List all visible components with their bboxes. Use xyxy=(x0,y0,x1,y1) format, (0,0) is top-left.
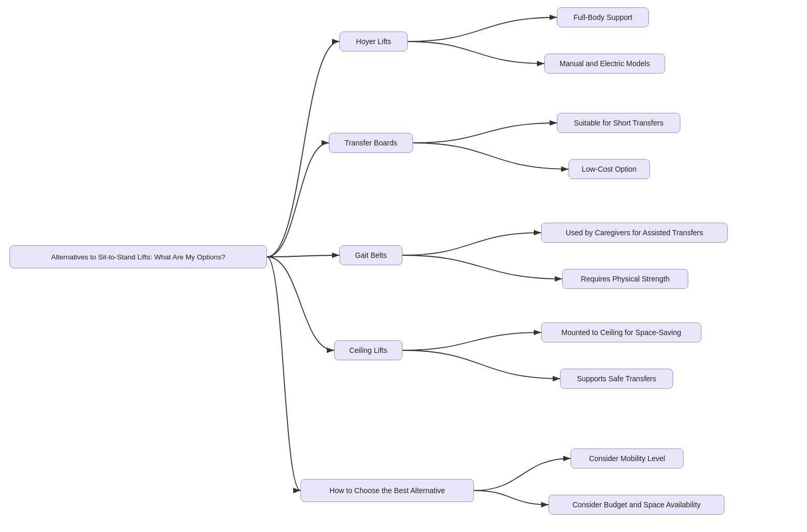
node-budget: Consider Budget and Space Availability xyxy=(549,495,725,515)
node-short_trans: Suitable for Short Transfers xyxy=(557,113,680,133)
node-phys_strength: Requires Physical Strength xyxy=(562,269,688,289)
node-low_cost: Low-Cost Option xyxy=(568,159,650,179)
node-safe_trans: Supports Safe Transfers xyxy=(560,369,673,389)
node-transfer: Transfer Boards xyxy=(329,133,413,153)
connection-transfer-short_trans xyxy=(413,123,557,143)
connection-ceiling-safe_trans xyxy=(402,350,560,379)
node-ceiling: Ceiling Lifts xyxy=(334,340,402,360)
node-full_body: Full-Body Support xyxy=(557,7,649,27)
node-caregivers: Used by Caregivers for Assisted Transfer… xyxy=(541,223,728,243)
node-mobility: Consider Mobility Level xyxy=(571,448,684,468)
connection-hoyer-full_body xyxy=(408,17,557,41)
connection-root-ceiling xyxy=(267,257,334,350)
node-hoyer: Hoyer Lifts xyxy=(339,32,408,51)
connection-ceiling-mounted xyxy=(402,332,541,350)
node-gait: Gait Belts xyxy=(339,245,402,265)
connection-choose-mobility xyxy=(474,458,571,491)
node-manual_elec: Manual and Electric Models xyxy=(544,54,665,74)
node-mounted: Mounted to Ceiling for Space-Saving xyxy=(541,322,701,342)
connection-root-choose xyxy=(267,257,301,491)
connection-root-transfer xyxy=(267,143,329,257)
connection-gait-caregivers xyxy=(402,233,541,255)
connection-hoyer-manual_elec xyxy=(408,41,544,64)
connection-transfer-low_cost xyxy=(413,143,568,169)
node-choose: How to Choose the Best Alternative xyxy=(301,479,474,502)
mindmap-container: Alternatives to Sit-to-Stand Lifts: What… xyxy=(0,0,807,532)
connection-gait-phys_strength xyxy=(402,255,562,279)
connection-root-gait xyxy=(267,255,339,257)
connection-choose-budget xyxy=(474,491,549,505)
node-root: Alternatives to Sit-to-Stand Lifts: What… xyxy=(9,245,267,268)
